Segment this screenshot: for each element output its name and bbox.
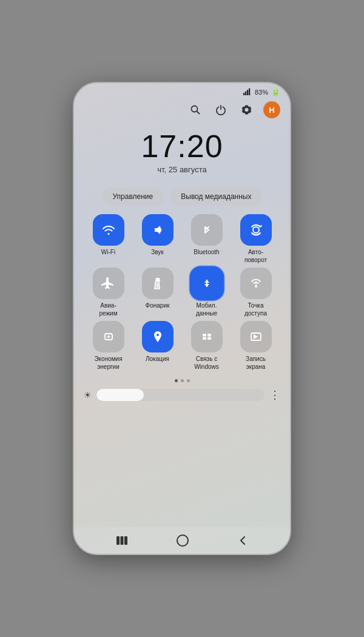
airplane-label: Авиа- режим: [99, 302, 117, 317]
batterysave-icon: [93, 321, 124, 352]
power-button[interactable]: [212, 101, 229, 118]
svg-rect-10: [112, 335, 113, 338]
battery-icon: 🔋: [271, 88, 280, 96]
tile-windows[interactable]: Связь с Windows: [185, 321, 229, 371]
settings-button[interactable]: [238, 101, 255, 118]
back-button[interactable]: [237, 535, 248, 546]
screenrecord-icon: [240, 321, 272, 352]
hotspot-label: Точка доступа: [244, 302, 267, 317]
svg-rect-2: [247, 90, 248, 95]
svg-point-6: [253, 227, 259, 233]
clock-time: 17:20: [74, 129, 290, 164]
recent-apps-button[interactable]: [116, 536, 128, 545]
svg-rect-18: [121, 536, 124, 545]
svg-point-20: [177, 535, 188, 546]
panel-buttons: Управление Вывод медиаданных: [74, 178, 290, 212]
tile-flashlight[interactable]: Фонарик: [136, 268, 180, 317]
tile-autorotate[interactable]: Авто- поворот: [234, 214, 278, 264]
svg-point-4: [192, 106, 198, 112]
svg-rect-17: [116, 536, 120, 545]
status-icons: 83% 🔋: [243, 88, 280, 96]
dots-indicator: [74, 374, 290, 386]
tile-location[interactable]: Локация: [136, 321, 180, 371]
tile-mobiledata[interactable]: Мобил. данные: [185, 268, 229, 317]
brightness-menu-icon[interactable]: ⋮: [269, 388, 280, 402]
avatar-button[interactable]: H: [263, 101, 280, 118]
airplane-icon: [93, 268, 124, 299]
battery-percentage: 83%: [255, 89, 268, 96]
top-actions-bar: H: [74, 99, 290, 123]
autorotate-label: Авто- поворот: [244, 248, 267, 264]
dot-3: [187, 379, 190, 382]
svg-rect-13: [207, 334, 211, 337]
quick-tiles-container: Wi-Fi Звук: [74, 212, 290, 371]
tile-airplane[interactable]: Авиа- режим: [87, 268, 130, 317]
flashlight-label: Фонарик: [146, 302, 170, 309]
svg-point-11: [157, 334, 159, 336]
svg-rect-0: [243, 93, 244, 95]
control-panel-button[interactable]: Управление: [102, 187, 164, 206]
tile-hotspot[interactable]: Точка доступа: [234, 268, 278, 317]
search-button[interactable]: [187, 101, 204, 118]
svg-rect-14: [203, 337, 206, 340]
bluetooth-label: Bluetooth: [194, 248, 219, 256]
windows-icon: [191, 321, 223, 352]
brightness-bar[interactable]: ☀ ⋮: [74, 386, 290, 406]
screenrecord-label: Запись экрана: [246, 355, 266, 371]
batterysave-label: Экономия энергии: [94, 355, 122, 371]
svg-rect-19: [124, 536, 127, 545]
tiles-row-3: Экономия энергии Локация: [84, 321, 280, 371]
home-button[interactable]: [176, 534, 189, 547]
sound-icon: [142, 214, 174, 246]
brightness-fill: [96, 389, 144, 401]
signal-icon: [243, 88, 252, 96]
location-icon: [142, 321, 174, 352]
brightness-track[interactable]: [96, 389, 265, 401]
phone-frame: 83% 🔋 H 17:20 чт, 25 август: [73, 82, 291, 555]
dot-2: [181, 379, 184, 382]
avatar-label: H: [269, 106, 274, 115]
tile-bluetooth[interactable]: Bluetooth: [185, 214, 229, 264]
svg-rect-12: [203, 334, 206, 337]
wifi-label: Wi-Fi: [101, 248, 115, 256]
media-panel-button[interactable]: Вывод медиаданных: [170, 187, 262, 206]
status-bar: 83% 🔋: [74, 83, 290, 99]
tile-screenrecord[interactable]: Запись экрана: [234, 321, 278, 371]
brightness-icon: ☀: [84, 390, 92, 400]
mobiledata-icon: [191, 268, 223, 299]
windows-label: Связь с Windows: [194, 355, 219, 371]
tiles-row-2: Авиа- режим Фонарик: [84, 268, 280, 317]
hotspot-icon: [240, 268, 272, 299]
bluetooth-icon: [191, 214, 223, 246]
autorotate-icon: [240, 214, 272, 246]
navigation-bar: [74, 527, 290, 554]
dot-1: [175, 379, 178, 382]
clock-date: чт, 25 августа: [74, 165, 290, 174]
svg-rect-15: [207, 337, 211, 340]
svg-rect-1: [245, 92, 246, 96]
location-label: Локация: [146, 355, 169, 363]
tiles-row-1: Wi-Fi Звук: [84, 214, 280, 264]
wifi-icon: [93, 214, 124, 246]
tile-sound[interactable]: Звук: [136, 214, 180, 264]
tile-wifi[interactable]: Wi-Fi: [87, 214, 130, 264]
svg-rect-3: [249, 89, 250, 96]
svg-line-5: [197, 112, 200, 115]
sound-label: Звук: [151, 248, 164, 256]
clock-section: 17:20 чт, 25 августа: [74, 123, 290, 178]
flashlight-icon: [142, 268, 174, 299]
tile-batterysave[interactable]: Экономия энергии: [87, 321, 130, 371]
mobiledata-label: Мобил. данные: [196, 302, 217, 317]
